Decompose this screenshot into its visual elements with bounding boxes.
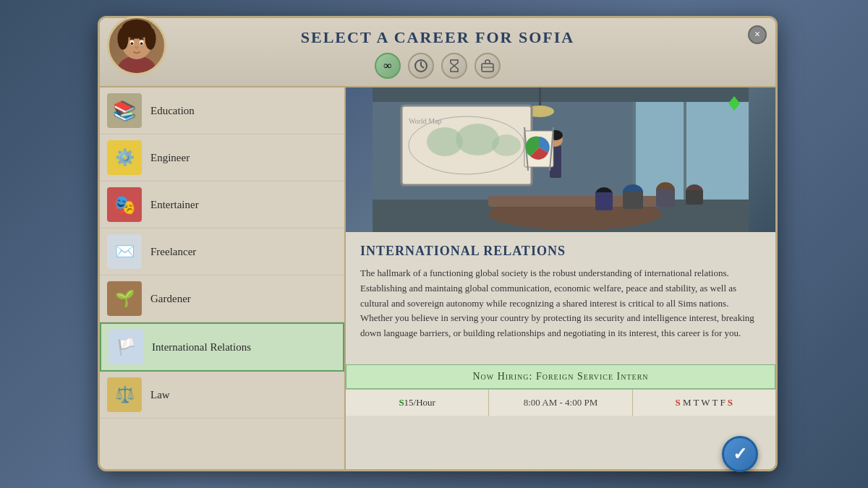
schedule-cell: S M T W T F S [633, 390, 775, 416]
career-item-engineer[interactable]: ⚙️ Engineer [100, 134, 344, 181]
entertainer-label: Entertainer [150, 199, 199, 211]
job-details: S15/Hour 8:00 AM - 4:00 PM S M T W T F S [346, 389, 775, 416]
close-button[interactable]: × [748, 25, 767, 44]
career-item-education[interactable]: 📚 Education [100, 87, 344, 134]
career-item-international-relations[interactable]: 🏳️ International Relations [100, 322, 344, 372]
wage-amount: 15/Hour [404, 397, 435, 408]
day-friday: F [720, 397, 725, 408]
modal-body: 📚 Education ⚙️ Engineer 🎭 Entertainer ✉️… [100, 87, 775, 470]
wage-cell: S15/Hour [346, 390, 489, 416]
wage-currency: S [399, 397, 404, 408]
career-item-gardener[interactable]: 🌱 Gardener [100, 275, 344, 322]
day-monday: M [683, 397, 692, 408]
day-tuesday: T [694, 397, 699, 408]
svg-point-31 [492, 134, 521, 156]
day-sunday: S [676, 397, 681, 408]
career-selection-modal: Select a Career for Sofia × ∞ [98, 16, 778, 471]
day-thursday: T [712, 397, 718, 408]
svg-rect-44 [656, 189, 675, 207]
engineer-icon: ⚙️ [107, 140, 142, 175]
education-icon: 📚 [107, 93, 142, 128]
svg-point-30 [456, 124, 499, 155]
career-info: International Relations The hallmark of … [346, 232, 775, 364]
gardener-label: Gardener [150, 293, 191, 305]
svg-text:World Map: World Map [409, 117, 442, 125]
now-hiring-banner: Now Hiring: Foreign Service Intern [346, 364, 775, 389]
svg-point-8 [130, 42, 133, 45]
svg-rect-42 [623, 191, 643, 209]
day-saturday: S [728, 397, 733, 408]
confirm-button[interactable]: ✓ [722, 436, 758, 472]
career-description: The hallmark of a functioning global soc… [360, 266, 761, 341]
svg-point-5 [145, 27, 156, 49]
svg-point-9 [140, 42, 143, 45]
svg-rect-40 [595, 192, 613, 210]
filter-all-careers[interactable]: ∞ [375, 53, 401, 79]
career-detail-panel: World Map [346, 87, 775, 470]
modal-header: Select a Career for Sofia × ∞ [100, 18, 775, 87]
freelancer-icon: ✉️ [107, 234, 142, 269]
career-item-freelancer[interactable]: ✉️ Freelancer [100, 228, 344, 275]
career-list: 📚 Education ⚙️ Engineer 🎭 Entertainer ✉️… [100, 87, 346, 470]
law-icon: ⚖️ [107, 377, 142, 412]
day-wednesday: W [701, 397, 710, 408]
filter-work[interactable] [408, 53, 434, 79]
svg-line-12 [421, 66, 424, 68]
checkmark-icon: ✓ [733, 444, 747, 464]
svg-rect-19 [373, 87, 749, 102]
filter-time[interactable] [441, 53, 467, 79]
filter-briefcase[interactable] [475, 53, 501, 79]
education-label: Education [150, 105, 195, 117]
wage-text: S15/Hour [399, 397, 435, 408]
career-image: World Map [346, 87, 775, 232]
freelancer-label: Freelancer [150, 246, 196, 258]
schedule-days: S M T W T F S [676, 397, 733, 408]
modal-title: Select a Career for Sofia [114, 28, 761, 47]
international-relations-label: International Relations [152, 341, 251, 354]
career-detail-title: International Relations [360, 244, 761, 259]
career-item-law[interactable]: ⚖️ Law [100, 372, 344, 419]
gardener-icon: 🌱 [107, 281, 142, 316]
entertainer-icon: 🎭 [107, 187, 142, 222]
international-relations-icon: 🏳️ [109, 330, 143, 364]
avatar [107, 16, 166, 75]
engineer-label: Engineer [150, 152, 190, 164]
svg-point-4 [117, 27, 128, 49]
law-label: Law [150, 389, 170, 401]
svg-rect-46 [686, 190, 703, 205]
hours-cell: 8:00 AM - 4:00 PM [489, 390, 632, 416]
filter-icons-container: ∞ [114, 53, 761, 79]
career-item-entertainer[interactable]: 🎭 Entertainer [100, 181, 344, 228]
